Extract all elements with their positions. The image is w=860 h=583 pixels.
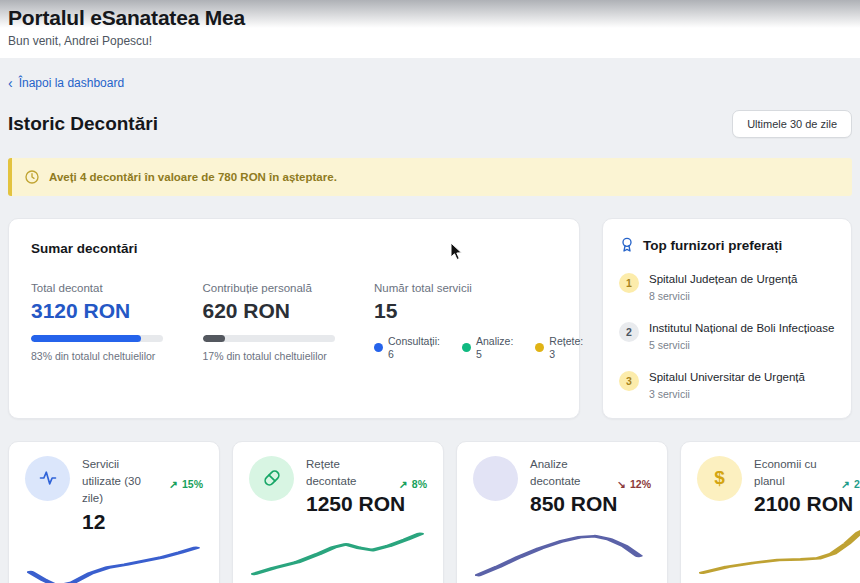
provider-services: 8 servicii [649, 290, 797, 302]
providers-card-title: Top furnizori preferați [643, 238, 782, 253]
pill-icon [249, 456, 294, 501]
metric-caption: 83% din totalul cheltuielilor [31, 350, 203, 362]
metric-total-settled: Total decontat 3120 RON 83% din totalul … [31, 282, 203, 362]
provider-name: Spitalul Universitar de Urgență [649, 370, 805, 385]
provider-name: Spitalul Județean de Urgență [649, 272, 797, 287]
legend-item-consultations: Consultații: 6 [374, 335, 440, 360]
metric-value: 620 RON [203, 299, 375, 323]
metric-personal-contribution: Contribuție personală 620 RON 17% din to… [203, 282, 375, 362]
green-dot-icon [462, 343, 471, 352]
provider-services: 3 servicii [649, 388, 805, 400]
summary-card-title: Sumar decontări [31, 241, 557, 256]
metric-total-services: Număr total servicii 15 Consultații: 6 A… [374, 282, 557, 362]
legend-label: Analize: [476, 335, 513, 347]
metric-value: 3120 RON [31, 299, 203, 323]
metric-label: Total decontat [31, 282, 203, 294]
legend-item-prescriptions: Rețete: 3 [535, 335, 583, 360]
metric-label: Număr total servicii [374, 282, 557, 294]
stat-card-plan-savings: $ Economii cu planul 2100 RON ↗ 23% Creș… [680, 441, 860, 583]
top-providers-card: Top furnizori preferați 1 Spitalul Județ… [602, 218, 852, 419]
trending-up-icon: ↗ [399, 478, 408, 490]
app-header: Portalul eSanatatea Mea Bun venit, Andre… [0, 0, 860, 58]
stat-card-prescriptions: Rețete decontate 1250 RON ↗ 8% Creștere … [232, 441, 444, 583]
award-icon [619, 237, 635, 253]
services-legend: Consultații: 6 Analize: 5 [374, 335, 557, 360]
rank-badge: 2 [619, 322, 639, 342]
yellow-dot-icon [535, 343, 544, 352]
provider-item[interactable]: 1 Spitalul Județean de Urgență 8 servici… [619, 272, 835, 302]
legend-item-analyses: Analize: 5 [462, 335, 513, 360]
stat-card-value: 12 [82, 510, 203, 534]
trending-down-icon: ↘ [617, 478, 626, 490]
blue-dot-icon [374, 343, 383, 352]
rank-badge: 1 [619, 273, 639, 293]
legend-value: 6 [388, 348, 440, 360]
back-to-dashboard-link[interactable]: ‹ Înapoi la dashboard [8, 76, 124, 90]
sparkline-chart [251, 524, 427, 582]
progress-bar [31, 335, 163, 342]
alert-text: Aveți 4 decontări în valoare de 780 RON … [49, 171, 337, 183]
legend-value: 3 [549, 348, 583, 360]
stat-card-value: 2100 RON [754, 492, 860, 516]
provider-item[interactable]: 3 Spitalul Universitar de Urgență 3 serv… [619, 370, 835, 400]
page-title: Istoric Decontări [8, 113, 158, 135]
provider-services: 5 servicii [649, 339, 834, 351]
progress-fill [203, 335, 225, 342]
stat-card-value: 850 RON [530, 492, 651, 516]
legend-value: 5 [476, 348, 513, 360]
welcome-message: Bun venit, Andrei Popescu! [8, 34, 850, 48]
sparkline-chart [27, 542, 203, 583]
legend-label: Consultații: [388, 335, 440, 347]
sparkline-chart [699, 524, 860, 582]
stat-card-analyses: Analize decontate 850 RON ↘ 12% Scădere … [456, 441, 668, 583]
trending-up-icon: ↗ [169, 478, 178, 490]
trend-value: 15% [182, 478, 203, 490]
trending-up-icon: ↗ [841, 478, 850, 490]
rank-badge: 3 [619, 371, 639, 391]
activity-icon [25, 456, 70, 501]
clock-icon [24, 169, 40, 185]
metric-value: 15 [374, 299, 557, 323]
dollar-icon: $ [697, 456, 742, 501]
metric-label: Contribuție personală [203, 282, 375, 294]
provider-item[interactable]: 2 Institutul Național de Boli Infecțioas… [619, 321, 835, 351]
stat-card-services-used: Servicii utilizate (30 zile) 12 ↗ 15% Cr… [8, 441, 220, 583]
progress-fill [31, 335, 141, 342]
mouse-cursor [450, 242, 464, 262]
analyses-icon [473, 456, 518, 501]
legend-label: Rețete: [549, 335, 583, 347]
metric-caption: 17% din totalul cheltuielilor [203, 350, 375, 362]
provider-name: Institutul Național de Boli Infecțioase [649, 321, 834, 336]
settlement-summary-card: Sumar decontări Total decontat 3120 RON … [8, 218, 580, 419]
back-link-label: Înapoi la dashboard [19, 76, 124, 90]
progress-bar [203, 335, 335, 342]
app-title: Portalul eSanatatea Mea [8, 6, 850, 30]
trend-value: 23% [854, 478, 860, 490]
stat-card-value: 1250 RON [306, 492, 427, 516]
sparkline-chart [475, 524, 651, 582]
pending-settlements-alert: Aveți 4 decontări în valoare de 780 RON … [8, 158, 852, 196]
period-filter-button[interactable]: Ultimele 30 de zile [732, 110, 852, 138]
trend-value: 12% [630, 478, 651, 490]
chevron-left-icon: ‹ [8, 76, 13, 90]
trend-value: 8% [412, 478, 427, 490]
